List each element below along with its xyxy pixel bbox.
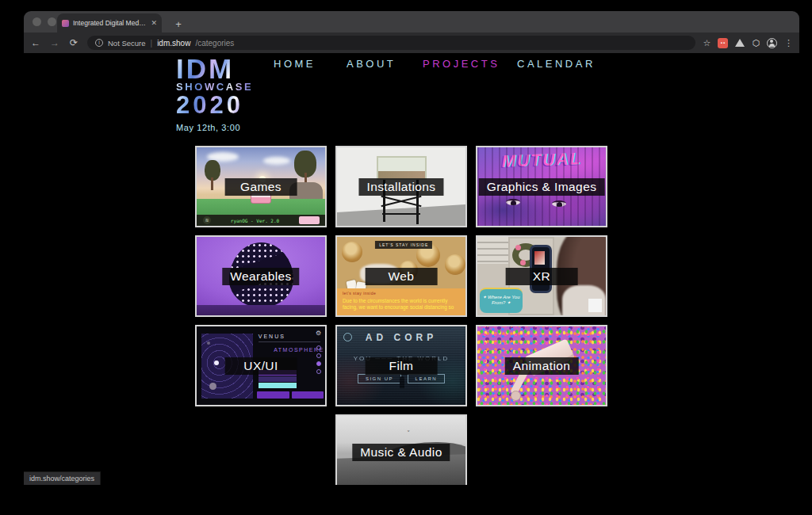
games-hud-button-icon: ≋ xyxy=(203,216,211,224)
extension-drive-icon[interactable] xyxy=(735,39,745,47)
category-tile-film[interactable]: AD CORP YOU ─── THE WORLD SIGN UP LEARN … xyxy=(335,325,467,406)
games-hud-bar: ≋ ryanOG - Ver. 2.0 xyxy=(197,215,325,226)
close-window-icon[interactable] xyxy=(33,17,41,26)
tile-label-music: Music & Audio xyxy=(352,444,450,461)
category-tile-installations[interactable]: Installations xyxy=(335,146,467,227)
tile-label-wearables: Wearables xyxy=(222,268,299,285)
installations-tank xyxy=(377,156,427,180)
url-path: /categories xyxy=(195,39,234,48)
browser-window: Integrated Digital Media Show ✕ + ← → ⟳ … xyxy=(24,11,799,485)
url-host: idm.show xyxy=(157,39,190,48)
music-bird: ᵛ xyxy=(408,429,409,434)
web-body-text: Due to the circumstances the world is cu… xyxy=(343,298,460,311)
tile-label-uxui: UX/UI xyxy=(225,357,297,375)
xr-speech-card: ✦ Where Are You From? ✦ xyxy=(480,288,522,313)
web-orange-section: let's stay inside Due to the circumstanc… xyxy=(337,288,465,315)
tab-title: Integrated Digital Media Show xyxy=(73,19,147,27)
forward-button[interactable]: → xyxy=(49,37,60,48)
uxui-stepper xyxy=(316,345,321,374)
web-sub-chip-text: let's stay inside xyxy=(343,291,460,296)
category-tile-graphics[interactable]: MUTUAL Graphics & Images xyxy=(476,146,607,227)
logo-line-idm: IDM xyxy=(176,55,253,82)
nav-projects[interactable]: PROJECTS xyxy=(423,58,500,70)
extensions-puzzle-icon[interactable]: ⬡ xyxy=(752,38,760,48)
gear-icon: ⚙ xyxy=(316,330,321,337)
nav-about[interactable]: ABOUT xyxy=(347,58,396,70)
category-tile-xr[interactable]: ✦ Where Are You From? ✦ XR xyxy=(476,235,607,317)
category-tile-uxui[interactable]: VENUS ATMOSPHERE ⚙ UX/UI xyxy=(195,325,327,406)
event-date: May 12th, 3:00 xyxy=(176,123,253,132)
tab-favicon-icon xyxy=(62,20,69,27)
nav-calendar[interactable]: CALENDAR xyxy=(517,58,596,70)
tab-close-icon[interactable]: ✕ xyxy=(151,19,157,27)
category-tile-animation[interactable]: Animation xyxy=(476,325,607,406)
new-tab-button[interactable]: + xyxy=(171,18,186,30)
uxui-button-left xyxy=(257,391,289,399)
xr-qr-code xyxy=(588,299,602,312)
tile-label-film: Film xyxy=(366,357,438,375)
tile-label-animation: Animation xyxy=(505,357,579,375)
category-tile-web[interactable]: ♦ ♥ LET'S STAY INSIDE let's stay inside … xyxy=(335,235,467,317)
category-tile-music[interactable]: ᵛ Music & Audio xyxy=(335,414,467,485)
uxui-button-right xyxy=(292,391,324,399)
tile-label-xr: XR xyxy=(506,268,578,285)
tile-label-games: Games xyxy=(225,178,297,196)
browser-toolbar: ← → ⟳ i Not Secure | idm.show/categories… xyxy=(24,32,799,53)
bookmark-star-icon[interactable]: ☆ xyxy=(703,38,711,48)
tile-label-web: Web xyxy=(366,268,438,285)
games-hud-panel xyxy=(299,216,320,224)
reload-button[interactable]: ⟳ xyxy=(68,37,79,48)
tile-label-graphics: Graphics & Images xyxy=(479,178,605,196)
browser-tab[interactable]: Integrated Digital Media Show ✕ xyxy=(57,13,162,32)
tile-label-installations: Installations xyxy=(358,178,443,196)
browser-menu-icon[interactable]: ⋮ xyxy=(784,38,793,48)
toolbar-right-icons: ☆ ▪▪ ⬡ ⋮ xyxy=(703,38,793,48)
security-label: Not Secure xyxy=(108,39,146,48)
tab-strip: Integrated Digital Media Show ✕ + xyxy=(24,11,799,32)
site-logo[interactable]: IDM SHOWCASE 2020 May 12th, 3:00 xyxy=(176,55,253,132)
page-content: IDM SHOWCASE 2020 May 12th, 3:00 HOME AB… xyxy=(24,53,799,485)
status-bar-url-tooltip: idm.show/categories xyxy=(24,471,101,485)
back-button[interactable]: ← xyxy=(30,37,41,48)
games-version-text: ryanOG - Ver. 2.0 xyxy=(211,218,299,223)
uxui-screen-title: VENUS xyxy=(259,334,320,342)
category-tile-wearables[interactable]: Wearables xyxy=(195,235,327,317)
category-tile-games[interactable]: ≋ ryanOG - Ver. 2.0 Games xyxy=(195,146,327,227)
nav-home[interactable]: HOME xyxy=(274,58,316,70)
extension-red-icon[interactable]: ▪▪ xyxy=(718,38,728,48)
omnibox-separator: | xyxy=(151,39,153,48)
minimize-window-icon[interactable] xyxy=(48,17,56,26)
site-info-icon[interactable]: i xyxy=(95,39,103,47)
profile-avatar[interactable] xyxy=(767,38,777,48)
web-chip-text: LET'S STAY INSIDE xyxy=(375,241,432,249)
logo-line-year: 2020 xyxy=(176,93,253,117)
address-bar[interactable]: i Not Secure | idm.show/categories xyxy=(87,36,695,50)
